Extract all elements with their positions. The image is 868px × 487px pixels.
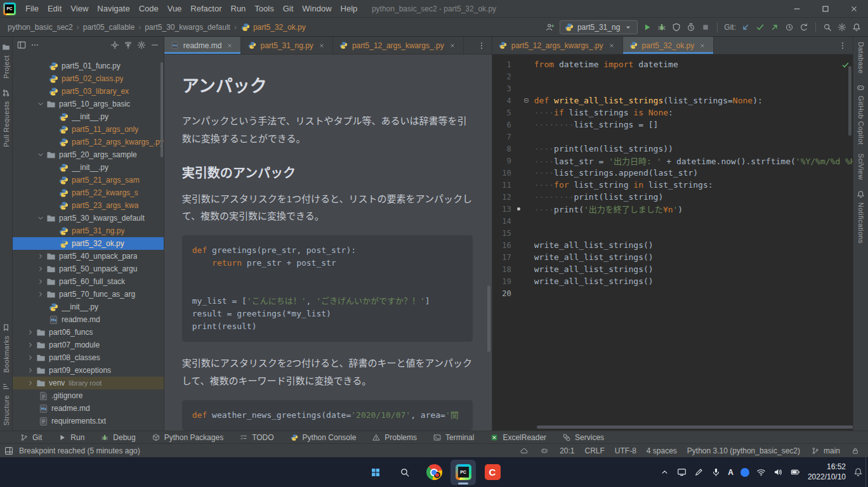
tab-options-button[interactable] — [471, 37, 492, 54]
tree-item-part06-funcs[interactable]: part06_funcs — [13, 326, 164, 339]
line-number[interactable]: 4 — [492, 96, 511, 105]
tool-button-database[interactable]: Database — [857, 42, 865, 74]
tree-item-part5-01-func-py[interactable]: part5_01_func.py — [13, 60, 164, 72]
chevron-right-icon[interactable] — [25, 365, 36, 375]
menu-view[interactable]: View — [66, 0, 93, 17]
line-number[interactable]: 7 — [492, 133, 511, 141]
cloud-status-icon[interactable] — [519, 446, 529, 456]
breadcrumb-item[interactable]: python_basic_sec2 — [6, 23, 74, 32]
battery-icon[interactable] — [791, 467, 801, 477]
editor-line[interactable]: 5····if list_strings is None: — [492, 107, 853, 119]
tree-item--gitignore[interactable]: .gitignore — [13, 389, 164, 402]
copilot-status-icon[interactable] — [539, 446, 549, 456]
line-number[interactable]: 9 — [492, 157, 511, 166]
markdown-preview[interactable]: アンパックアンパックという手法で、リストやタプル等、あるいは辞書等を引数に変換す… — [164, 55, 492, 431]
coverage-button[interactable] — [671, 22, 681, 32]
wifi-icon[interactable] — [756, 467, 766, 477]
editor-line[interactable]: 1from datetime import datetime — [492, 58, 853, 70]
git-toolwindow-button[interactable]: Git — [19, 432, 42, 443]
tab-close-button[interactable] — [317, 41, 327, 51]
editor-line[interactable]: 14 — [492, 215, 853, 227]
c-app[interactable]: C — [480, 460, 505, 485]
tree-item-readme-md[interactable]: readme.md — [13, 313, 164, 326]
collapse-all-icon[interactable] — [123, 40, 133, 50]
tree-item-part5-10-args-basic[interactable]: part5_10_args_basic — [13, 98, 164, 110]
tree-item-part5-31-ng-py[interactable]: part5_31_ng.py — [13, 224, 164, 237]
run-button[interactable] — [642, 22, 652, 32]
editor-line[interactable]: 9····last_str = '出力日時: ' + datetime.now(… — [492, 155, 853, 167]
update-project-button[interactable] — [740, 22, 751, 32]
scrollbar-thumb[interactable] — [487, 285, 490, 352]
tab-part5-32-ok-py[interactable]: part5_32_ok.py — [623, 37, 714, 54]
tab-readme-md[interactable]: readme.md — [164, 37, 242, 54]
menu-edit[interactable]: Edit — [43, 0, 66, 17]
menu-help[interactable]: Help — [336, 0, 362, 17]
chevron-right-icon[interactable] — [25, 340, 36, 350]
select-opened-file-icon[interactable] — [110, 40, 120, 50]
line-number[interactable]: 8 — [492, 145, 511, 153]
line-number[interactable]: 18 — [492, 265, 511, 274]
line-number[interactable]: 19 — [492, 277, 511, 286]
editor-line[interactable]: 13····print('出力を終了しました¥n') — [492, 203, 853, 215]
code-with-me-button[interactable] — [545, 22, 555, 32]
chevron-down-icon[interactable] — [36, 99, 46, 109]
editor-line[interactable]: 6········list_strings = [] — [492, 119, 853, 131]
push-button[interactable] — [770, 22, 780, 32]
tree-item-part09-exceptions[interactable]: part09_exceptions — [13, 364, 164, 377]
menu-window[interactable]: Window — [298, 0, 336, 17]
git-branch[interactable]: main — [810, 446, 840, 456]
code-editor[interactable]: 1from datetime import datetime234def wri… — [492, 55, 853, 431]
tool-button-structure[interactable]: Structure — [1, 382, 11, 425]
scrollbar-thumb[interactable] — [848, 66, 852, 136]
minimize-button[interactable] — [782, 0, 811, 17]
tab-part5-31-ng-py[interactable]: part5_31_ng.py — [241, 37, 332, 54]
tree-item--init-py[interactable]: __init__.py — [13, 161, 164, 174]
chevron-right-icon[interactable] — [36, 276, 46, 287]
tool-button-sciview[interactable]: SciView — [857, 153, 865, 180]
line-number[interactable]: 15 — [492, 229, 511, 238]
tree-item--init-py[interactable]: __init__.py — [13, 110, 164, 123]
tab-part5-12-args-kwargs-py[interactable]: part5_12_args_kwargs_.py — [333, 37, 464, 54]
editor-line[interactable]: 16write_all_list_strings() — [492, 239, 853, 251]
tool-button-project[interactable]: Project — [1, 42, 11, 79]
project-view-icon[interactable] — [16, 40, 27, 50]
line-number[interactable]: 17 — [492, 253, 511, 262]
stop-button[interactable] — [700, 22, 711, 32]
editor-line[interactable]: 4def write_all_list_strings(list_strings… — [492, 94, 853, 107]
breadcrumb-item[interactable]: part5_32_ok.py — [239, 22, 307, 32]
gutter-marker-icon[interactable] — [514, 204, 524, 214]
run-toolwindow-button[interactable]: Run — [57, 432, 84, 443]
search-everywhere-button[interactable] — [822, 22, 832, 32]
tree-item-part5-30-kwargs-default[interactable]: part5_30_kwargs_default — [13, 212, 164, 224]
terminal-toolwindow-button[interactable]: Terminal — [432, 432, 474, 443]
chevron-down-icon[interactable] — [36, 213, 46, 223]
problems-toolwindow-button[interactable]: Problems — [371, 432, 417, 443]
chevron-right-icon[interactable] — [36, 251, 46, 261]
taskbar-clock[interactable]: 16:522022/10/10 — [808, 462, 846, 482]
tab-options-button[interactable] — [832, 37, 853, 54]
commit-button[interactable] — [755, 22, 765, 32]
status-message[interactable]: Breakpoint reached (5 minutes ago) — [19, 446, 140, 455]
scrollbar-thumb[interactable] — [161, 62, 163, 157]
panel-settings-icon[interactable] — [136, 40, 147, 50]
tree-item-venv[interactable]: venvlibrary root — [13, 377, 164, 389]
menu-git[interactable]: Git — [279, 0, 298, 17]
pen-icon[interactable] — [694, 467, 704, 477]
history-button[interactable] — [784, 22, 794, 32]
tree-item-part5-50-unpack-argu[interactable]: part5_50_unpack_argu — [13, 263, 164, 275]
editor-line[interactable]: 3 — [492, 82, 853, 94]
tray-expand-icon[interactable] — [659, 467, 669, 477]
editor-line[interactable]: 8····print(len(list_strings)) — [492, 143, 853, 155]
show-desktop-button[interactable] — [865, 457, 868, 487]
chevron-down-icon[interactable] — [36, 150, 46, 160]
chevron-right-icon[interactable] — [25, 378, 36, 388]
fold-marker-icon[interactable] — [522, 96, 532, 106]
menu-file[interactable]: File — [21, 0, 43, 17]
excelreader-toolwindow-button[interactable]: ExcelReader — [489, 432, 546, 443]
tool-button-bookmarks[interactable]: Bookmarks — [1, 322, 11, 373]
indent-style[interactable]: 4 spaces — [647, 446, 677, 455]
line-number[interactable]: 6 — [492, 120, 511, 129]
editor-line[interactable]: 19write_all_list_strings() — [492, 275, 853, 287]
chrome-app[interactable] — [421, 460, 447, 485]
editor-line[interactable]: 11····for list_string in list_strings: — [492, 179, 853, 191]
